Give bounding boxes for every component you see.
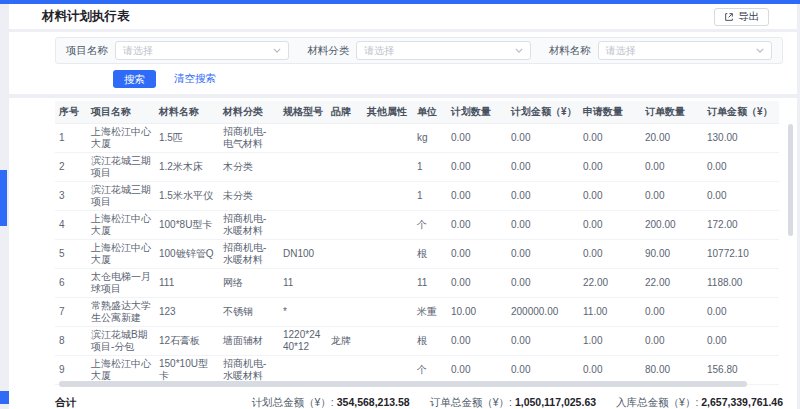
table-cell: 0.00	[447, 240, 507, 269]
table-cell: 0.00	[507, 211, 579, 240]
table-row[interactable]: 3滨江花城三期项目1.5米水平仪未分类10.000.000.000.000.00	[55, 182, 779, 211]
table-cell: 0.00	[641, 327, 703, 356]
table-cell: 7	[55, 298, 87, 327]
table-body: 1上海松江中心大厦1.5匹招商机电-电气材料kg0.000.000.0020.0…	[55, 124, 779, 385]
table-row[interactable]: 7常熟盛达大学生公寓新建123不锈钢*米重10.00200000.0011.00…	[55, 298, 779, 327]
table-cell: 0.00	[447, 211, 507, 240]
summary-row: 合计 计划总金额（¥）: 354,568,213.58订单总金额（¥）: 1,0…	[55, 390, 783, 409]
column-header: 品牌	[327, 101, 363, 124]
table-cell	[327, 211, 363, 240]
column-header: 项目名称	[87, 101, 155, 124]
table-cell: 根	[413, 327, 447, 356]
table-cell: 个	[413, 211, 447, 240]
bottom-left-accent	[0, 391, 9, 404]
table-cell: 0.00	[579, 211, 641, 240]
column-header: 材料分类	[219, 101, 279, 124]
table-row[interactable]: 2滨江花城三期项目1.2米木床木分类10.000.000.000.000.00	[55, 153, 779, 182]
table-cell: 0.00	[579, 124, 641, 153]
column-header: 材料名称	[155, 101, 219, 124]
filter-group: 项目名称请选择	[66, 41, 289, 60]
table-cell: kg	[413, 124, 447, 153]
left-accent-bar	[0, 170, 7, 226]
table-cell: 1	[413, 182, 447, 211]
table-cell	[327, 269, 363, 298]
table-cell: 1188.00	[703, 269, 779, 298]
data-table: 序号项目名称材料名称材料分类规格型号品牌其他属性单位计划数量计划金额（¥）申请数…	[55, 101, 779, 385]
table-cell: 10.00	[447, 298, 507, 327]
column-header: 订单金额（¥）	[703, 101, 779, 124]
filter-select[interactable]: 请选择	[598, 41, 772, 60]
table-cell: 常熟盛达大学生公寓新建	[87, 298, 155, 327]
table-cell: 12石膏板	[155, 327, 219, 356]
table-cell: 0.00	[703, 327, 779, 356]
table-cell	[363, 153, 413, 182]
table-cell: 1.00	[579, 327, 641, 356]
table-cell: 22.00	[641, 269, 703, 298]
select-placeholder: 请选择	[606, 44, 636, 58]
filter-fields: 项目名称请选择材料分类请选择材料名称请选择	[55, 37, 783, 64]
table-cell: 11.00	[579, 298, 641, 327]
table-row[interactable]: 5上海松江中心大厦100镀锌管Q招商机电-水暖材料DN100根0.000.000…	[55, 240, 779, 269]
table-cell: 0.00	[447, 182, 507, 211]
table-cell: 太仓电梯一月球项目	[87, 269, 155, 298]
filter-select[interactable]: 请选择	[356, 41, 530, 60]
main-content: 材料计划执行表 导出 项目名称请选择材料分类请选择材料名称请选择 搜索 清空搜索	[9, 4, 797, 404]
table-cell	[327, 182, 363, 211]
vertical-scrollbar[interactable]	[788, 124, 793, 236]
table-row[interactable]: 8滨江花城B期项目-分包12石膏板墙面辅材1220*2440*12龙牌根0.00…	[55, 327, 779, 356]
filter-label: 项目名称	[66, 44, 108, 58]
chevron-down-icon	[273, 48, 281, 53]
clear-search-button[interactable]: 清空搜索	[174, 72, 216, 86]
table-cell: 2	[55, 153, 87, 182]
table-cell: 0.00	[507, 269, 579, 298]
summary-total: 订单总金额（¥）: 1,050,117,025.63	[430, 396, 596, 409]
table-cell	[279, 153, 327, 182]
column-header: 其他属性	[363, 101, 413, 124]
table-cell: 上海松江中心大厦	[87, 240, 155, 269]
table-cell: 1.2米木床	[155, 153, 219, 182]
filter-group: 材料分类请选择	[307, 41, 530, 60]
table-cell: 1.5匹	[155, 124, 219, 153]
table-header-row: 序号项目名称材料名称材料分类规格型号品牌其他属性单位计划数量计划金额（¥）申请数…	[55, 101, 779, 124]
filter-actions: 搜索 清空搜索	[113, 70, 783, 88]
table-cell: *	[279, 298, 327, 327]
filter-select[interactable]: 请选择	[115, 41, 289, 60]
table-row[interactable]: 6太仓电梯一月球项目111网络11110.000.0022.0022.00118…	[55, 269, 779, 298]
table-cell: 招商机电-水暖材料	[219, 240, 279, 269]
table-cell	[363, 182, 413, 211]
table-cell: 0.00	[507, 182, 579, 211]
column-header: 计划金额（¥）	[507, 101, 579, 124]
table-cell: 墙面辅材	[219, 327, 279, 356]
horizontal-scrollbar[interactable]	[59, 381, 747, 387]
table-cell: 130.00	[703, 124, 779, 153]
table-cell: 0.00	[507, 124, 579, 153]
table-cell: 0.00	[447, 269, 507, 298]
table-cell: 11	[413, 269, 447, 298]
table-row[interactable]: 1上海松江中心大厦1.5匹招商机电-电气材料kg0.000.000.0020.0…	[55, 124, 779, 153]
table-cell: 0.00	[507, 240, 579, 269]
table-cell: 20.00	[641, 124, 703, 153]
table-cell	[279, 182, 327, 211]
table-cell: 0.00	[641, 298, 703, 327]
table-cell: 米重	[413, 298, 447, 327]
column-header: 计划数量	[447, 101, 507, 124]
table-cell: 172.00	[703, 211, 779, 240]
screen: 材料计划执行表 导出 项目名称请选择材料分类请选择材料名称请选择 搜索 清空搜索	[0, 0, 800, 409]
table-cell: 招商机电-电气材料	[219, 124, 279, 153]
table-cell: 0.00	[703, 298, 779, 327]
table-cell: 未分类	[219, 182, 279, 211]
search-button[interactable]: 搜索	[113, 70, 156, 88]
table-cell: 0.00	[579, 153, 641, 182]
table-cell: 0.00	[641, 153, 703, 182]
export-icon	[724, 12, 734, 22]
column-header: 单位	[413, 101, 447, 124]
table-cell: 0.00	[703, 153, 779, 182]
column-header: 规格型号	[279, 101, 327, 124]
table-cell: 0.00	[641, 182, 703, 211]
table-cell: 滨江花城B期项目-分包	[87, 327, 155, 356]
table-row[interactable]: 4上海松江中心大厦100*8U型卡招商机电-水暖材料个0.000.000.002…	[55, 211, 779, 240]
table-cell: 招商机电-水暖材料	[219, 211, 279, 240]
table-cell	[279, 124, 327, 153]
table-cell	[363, 269, 413, 298]
export-button[interactable]: 导出	[714, 8, 769, 26]
